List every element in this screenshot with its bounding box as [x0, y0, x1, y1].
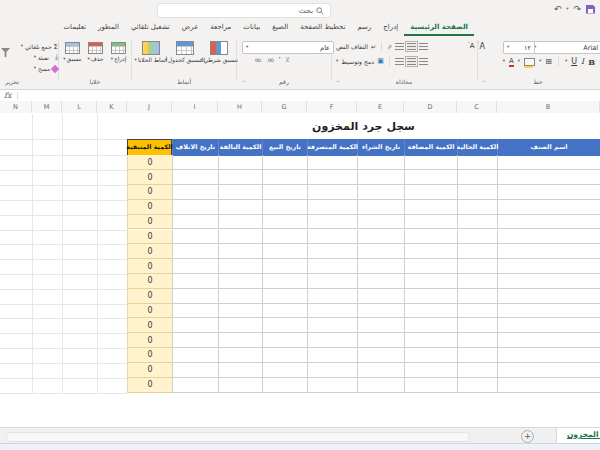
table-cell[interactable] — [172, 333, 218, 348]
font-name-select[interactable]: Arial ▾ — [530, 41, 600, 54]
table-cell[interactable] — [357, 318, 404, 333]
table-cell[interactable] — [497, 185, 600, 200]
table-cell[interactable] — [307, 215, 357, 230]
table-cell[interactable] — [262, 318, 307, 333]
bold-button[interactable]: B — [588, 58, 595, 66]
table-cell[interactable] — [172, 244, 218, 259]
remaining-quantity-cell[interactable]: 0 — [127, 378, 172, 393]
tab-تعليمات[interactable]: تعليمات — [57, 20, 92, 36]
table-cell[interactable] — [172, 318, 218, 333]
remaining-quantity-cell[interactable]: 0 — [127, 185, 172, 200]
table-cell[interactable] — [357, 230, 404, 245]
alignment-dialog-launcher-icon[interactable]: ⌐ — [335, 79, 339, 85]
column-header-I[interactable]: I — [172, 101, 218, 113]
borders-icon[interactable]: ⊞ — [545, 58, 552, 66]
table-cell[interactable] — [404, 155, 457, 170]
table-cell[interactable] — [457, 304, 497, 319]
merge-center-button[interactable]: دمج وتوسيط — [341, 58, 374, 65]
font-color-icon[interactable]: A — [509, 58, 514, 65]
table-cell[interactable] — [218, 200, 262, 215]
table-cell[interactable] — [307, 200, 357, 215]
table-cell[interactable] — [457, 230, 497, 245]
cell-styles-button[interactable]: أنماط الخلايا▾ — [134, 39, 168, 63]
table-cell[interactable] — [404, 348, 457, 363]
table-cell[interactable] — [404, 200, 457, 215]
align-top-icon[interactable] — [419, 43, 428, 50]
table-cell[interactable] — [497, 155, 600, 170]
table-cell[interactable] — [357, 348, 404, 363]
column-header-F[interactable]: F — [307, 101, 357, 113]
table-cell[interactable] — [262, 215, 307, 230]
table-cell[interactable] — [357, 333, 404, 348]
table-header-cell-4[interactable]: الكمية المنصرفة — [307, 139, 357, 156]
table-cell[interactable] — [262, 185, 307, 200]
sheet-tab-active[interactable]: جرد المخزون — [556, 428, 600, 444]
table-cell[interactable] — [172, 274, 218, 289]
table-cell[interactable] — [497, 363, 600, 378]
table-cell[interactable] — [262, 348, 307, 363]
remaining-quantity-cell[interactable]: 0 — [127, 230, 172, 245]
remaining-quantity-cell[interactable]: 0 — [127, 244, 172, 259]
table-cell[interactable] — [262, 363, 307, 378]
table-header-cell-7[interactable]: تاريخ الاتلاف — [172, 139, 218, 156]
table-cell[interactable] — [218, 259, 262, 274]
column-header-L[interactable]: L — [62, 101, 97, 113]
table-cell[interactable] — [262, 289, 307, 304]
tab-عرض[interactable]: عرض — [176, 20, 205, 36]
table-cell[interactable] — [357, 289, 404, 304]
tab-بيانات[interactable]: بيانات — [237, 20, 266, 36]
table-cell[interactable] — [497, 215, 600, 230]
table-header-cell-1[interactable]: الكمية الحالية — [457, 139, 497, 156]
remaining-quantity-cell[interactable]: 0 — [127, 155, 172, 170]
undo-dropdown-icon[interactable]: ▾ — [566, 7, 568, 12]
table-cell[interactable] — [172, 185, 218, 200]
table-cell[interactable] — [404, 318, 457, 333]
table-cell[interactable] — [357, 185, 404, 200]
table-cell[interactable] — [404, 333, 457, 348]
column-header-N[interactable]: N — [0, 101, 32, 113]
table-cell[interactable] — [457, 289, 497, 304]
table-cell[interactable] — [457, 378, 497, 393]
insert-cells-button[interactable]: إدراج▾ — [107, 39, 130, 62]
table-cell[interactable] — [307, 185, 357, 200]
table-cell[interactable] — [497, 274, 600, 289]
wrap-text-button[interactable]: التفاف النص — [336, 43, 368, 50]
remaining-quantity-cell[interactable]: 0 — [127, 318, 172, 333]
tab-رسم[interactable]: رسم — [351, 20, 377, 36]
table-cell[interactable] — [404, 259, 457, 274]
table-cell[interactable] — [404, 170, 457, 185]
table-cell[interactable] — [262, 155, 307, 170]
underline-button[interactable]: U — [571, 58, 577, 66]
font-size-select[interactable]: ١٢ ▾ — [503, 41, 535, 54]
number-dialog-launcher-icon[interactable]: ⌐ — [241, 79, 245, 85]
align-left-icon[interactable] — [395, 58, 404, 65]
table-cell[interactable] — [357, 274, 404, 289]
font-dialog-launcher-icon[interactable]: ⌐ — [481, 79, 485, 85]
table-cell[interactable] — [307, 304, 357, 319]
remaining-quantity-cell[interactable]: 0 — [127, 170, 172, 185]
table-cell[interactable] — [262, 170, 307, 185]
remaining-quantity-cell[interactable]: 0 — [127, 274, 172, 289]
column-header-B[interactable]: B — [497, 101, 600, 113]
table-cell[interactable] — [307, 348, 357, 363]
table-cell[interactable] — [497, 378, 600, 393]
autosum-button[interactable]: Σجمع تلقائي▾ — [10, 41, 58, 52]
table-cell[interactable] — [357, 378, 404, 393]
table-cell[interactable] — [172, 230, 218, 245]
table-cell[interactable] — [262, 304, 307, 319]
table-cell[interactable] — [497, 304, 600, 319]
table-cell[interactable] — [497, 170, 600, 185]
table-cell[interactable] — [497, 244, 600, 259]
table-cell[interactable] — [357, 259, 404, 274]
table-cell[interactable] — [404, 289, 457, 304]
table-cell[interactable] — [497, 333, 600, 348]
table-header-cell-8[interactable]: الكمية المتبقية — [127, 139, 172, 156]
table-cell[interactable] — [404, 363, 457, 378]
table-cell[interactable] — [262, 274, 307, 289]
orientation-icon[interactable]: ⇗ — [387, 44, 392, 50]
table-cell[interactable] — [404, 244, 457, 259]
remaining-quantity-cell[interactable]: 0 — [127, 333, 172, 348]
table-cell[interactable] — [262, 244, 307, 259]
search-input[interactable]: بحث — [157, 3, 331, 18]
table-cell[interactable] — [357, 200, 404, 215]
